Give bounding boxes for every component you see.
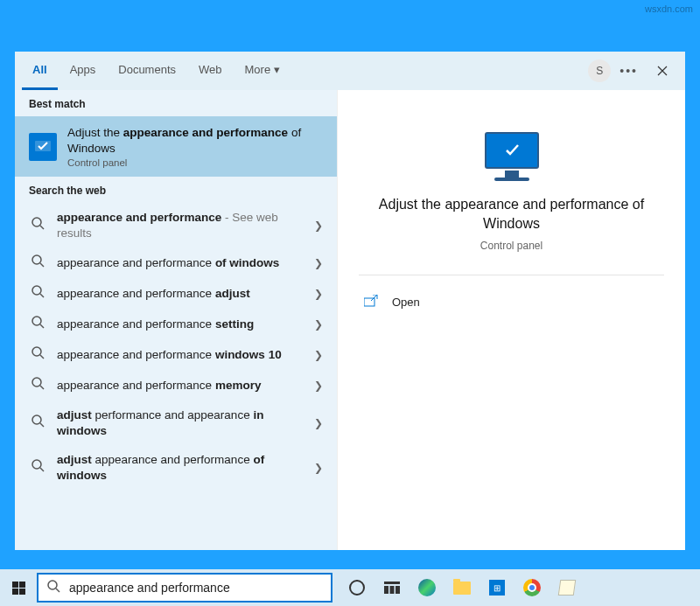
svg-point-9 [32, 347, 41, 356]
svg-line-4 [40, 263, 44, 267]
best-match-title: Adjust the appearance and performance of… [67, 125, 323, 156]
web-result[interactable]: appearance and performance - See web res… [15, 203, 337, 247]
web-result-text: appearance and performance of windows [57, 255, 304, 271]
chevron-down-icon: ▾ [274, 63, 280, 76]
open-label: Open [392, 296, 420, 309]
cortana-button[interactable] [341, 569, 373, 606]
svg-point-7 [32, 317, 41, 325]
filter-tabs: AllAppsDocumentsWebMore▾ [22, 52, 290, 90]
web-result[interactable]: adjust performance and appearance in win… [15, 401, 337, 445]
chevron-right-icon: ❯ [314, 318, 323, 331]
chrome-button[interactable] [516, 569, 548, 606]
search-icon [29, 346, 46, 363]
open-action[interactable]: Open [359, 288, 664, 317]
start-button[interactable] [0, 569, 37, 606]
preview-title: Adjust the appearance and performance of… [359, 195, 664, 234]
svg-line-8 [40, 324, 44, 328]
chevron-right-icon: ❯ [314, 257, 323, 269]
web-result[interactable]: appearance and performance adjust❯ [15, 278, 337, 309]
preview-monitor-icon [481, 132, 542, 181]
tab-apps[interactable]: Apps [60, 52, 107, 90]
svg-rect-23 [396, 586, 400, 594]
svg-line-10 [40, 355, 44, 359]
web-result[interactable]: appearance and performance windows 10❯ [15, 339, 337, 370]
store-icon: ⊞ [489, 580, 505, 596]
taskbar-search-box[interactable] [37, 573, 332, 603]
search-header: AllAppsDocumentsWebMore▾ S ••• [15, 52, 685, 90]
windows-logo-icon [12, 582, 25, 595]
edge-icon [418, 579, 436, 596]
search-icon [29, 217, 46, 233]
watermark: wsxdn.com [645, 3, 693, 14]
svg-rect-22 [390, 586, 395, 594]
chrome-icon [523, 579, 541, 596]
svg-rect-21 [384, 586, 388, 594]
chevron-right-icon: ❯ [314, 288, 323, 300]
preview-subtitle: Control panel [359, 240, 664, 252]
search-icon [29, 285, 46, 302]
chevron-right-icon: ❯ [314, 349, 323, 361]
task-view-icon [384, 582, 400, 594]
web-result[interactable]: appearance and performance of windows❯ [15, 247, 337, 278]
web-result-text: adjust performance and appearance in win… [57, 407, 304, 438]
svg-point-1 [32, 218, 41, 226]
svg-point-18 [48, 581, 57, 589]
preview-pane: Adjust the appearance and performance of… [337, 90, 685, 550]
control-panel-icon [29, 133, 57, 161]
sticky-notes-button[interactable] [551, 569, 583, 606]
results-left-pane: Best match Adjust the appearance and per… [15, 90, 337, 550]
web-result[interactable]: adjust appearance and performance of win… [15, 445, 337, 490]
search-input[interactable] [69, 581, 322, 595]
web-result-text: appearance and performance - See web res… [57, 210, 304, 240]
close-icon [657, 66, 668, 76]
search-web-header: Search the web [15, 177, 337, 203]
taskbar: ⊞ [0, 569, 700, 606]
best-match-subtitle: Control panel [67, 157, 323, 168]
tab-more[interactable]: More▾ [234, 52, 291, 90]
circle-icon [349, 580, 365, 596]
more-options-button[interactable]: ••• [620, 64, 638, 78]
open-icon [364, 295, 378, 310]
svg-point-13 [32, 415, 41, 424]
search-icon [29, 254, 46, 271]
web-result-text: adjust appearance and performance of win… [57, 452, 304, 483]
chevron-right-icon: ❯ [314, 219, 323, 232]
close-button[interactable] [647, 55, 678, 87]
divider [359, 275, 664, 275]
best-match-header: Best match [15, 90, 337, 116]
microsoft-store-button[interactable]: ⊞ [481, 569, 513, 606]
svg-line-14 [40, 423, 44, 427]
svg-line-12 [40, 386, 44, 389]
task-view-button[interactable] [376, 569, 408, 606]
note-icon [558, 580, 577, 596]
tab-documents[interactable]: Documents [108, 52, 186, 90]
search-icon [29, 414, 46, 431]
web-result[interactable]: appearance and performance setting❯ [15, 309, 337, 339]
tab-all[interactable]: All [22, 52, 58, 90]
file-explorer-button[interactable] [446, 569, 478, 606]
edge-button[interactable] [411, 569, 443, 606]
svg-line-6 [40, 294, 44, 297]
search-icon [29, 316, 46, 332]
best-match-item[interactable]: Adjust the appearance and performance of… [15, 116, 337, 177]
search-icon [47, 580, 60, 596]
tab-web[interactable]: Web [188, 52, 233, 90]
search-icon [29, 377, 46, 394]
svg-line-2 [40, 226, 44, 229]
svg-point-3 [32, 255, 41, 264]
chevron-right-icon: ❯ [314, 380, 323, 392]
svg-point-11 [32, 378, 41, 387]
svg-line-16 [40, 468, 44, 471]
web-result-text: appearance and performance memory [57, 378, 304, 394]
chevron-right-icon: ❯ [314, 462, 323, 474]
search-icon [29, 459, 46, 476]
svg-rect-20 [384, 582, 400, 584]
svg-point-15 [32, 460, 41, 469]
web-result-text: appearance and performance adjust [57, 286, 304, 302]
folder-icon [453, 582, 471, 595]
svg-line-19 [56, 589, 60, 592]
user-avatar[interactable]: S [588, 59, 611, 82]
web-result-text: appearance and performance setting [57, 317, 304, 332]
svg-point-5 [32, 286, 41, 295]
web-result[interactable]: appearance and performance memory❯ [15, 370, 337, 401]
